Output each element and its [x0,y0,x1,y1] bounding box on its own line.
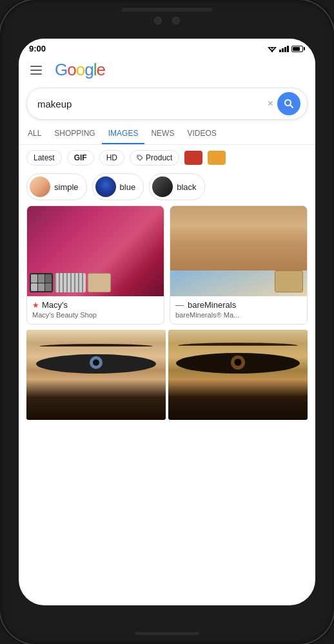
bareminerals-dash: — [175,300,184,310]
filter-gif[interactable]: GIF [67,150,94,166]
svg-point-3 [271,51,273,52]
suggestion-black[interactable]: black [149,173,204,200]
tab-videos[interactable]: VIDEOS [181,124,222,144]
filter-product-label: Product [146,153,172,162]
status-bar: 9:00 [19,39,315,56]
suggestion-blue-label: blue [120,182,136,192]
phone-frame: 9:00 [0,0,334,644]
suggestion-blue[interactable]: blue [92,173,144,200]
macys-name: Macy's [42,300,68,310]
macys-sub: Macy's Beauty Shop [32,311,159,319]
search-tabs: ALL SHOPPING IMAGES NEWS VIDEOS [19,124,315,145]
filter-hd[interactable]: HD [99,150,124,166]
filter-product[interactable]: Product [130,150,179,166]
filter-latest[interactable]: Latest [26,150,62,166]
search-icon [284,99,294,109]
bareminerals-card-image [170,206,307,296]
status-time: 9:00 [29,44,46,53]
macys-card-image [27,206,164,296]
wifi-icon [268,45,277,53]
logo-o1: o [67,60,75,80]
tab-news[interactable]: NEWS [144,124,181,144]
logo-o2: o [76,60,84,80]
eye-image-right[interactable] [168,330,308,420]
camera-dot-2 [172,17,180,24]
tag-icon [137,155,143,161]
search-query: makeup [37,99,264,109]
bareminerals-card-info: — bareMinerals bareMinerals® Ma... [170,296,307,324]
macys-star-icon: ★ [32,301,39,310]
menu-button[interactable] [28,63,44,77]
bottom-image-row [19,327,315,420]
svg-line-5 [290,105,293,108]
color-swatch-orange[interactable] [208,151,226,165]
suggestion-row: simple blue black [19,171,315,205]
suggestion-simple-label: simple [54,182,79,192]
phone-cameras [154,17,180,24]
suggestion-blue-thumb [95,176,116,197]
tab-images[interactable]: IMAGES [102,124,145,144]
suggestion-black-label: black [177,182,196,192]
shopping-results-row: ★ Macy's Macy's Beauty Shop Sponsored i [19,205,315,325]
bareminerals-name: bareMinerals [188,300,236,310]
logo-g2: g [84,60,93,80]
camera-dot [154,17,162,24]
filter-row: Latest GIF HD Product [19,145,315,171]
macys-card[interactable]: ★ Macy's Macy's Beauty Shop [26,205,164,325]
status-icons [268,45,305,53]
phone-speaker [122,8,212,12]
logo-e: e [96,60,104,80]
search-button[interactable] [277,92,300,115]
phone-home-indicator [135,632,199,635]
macys-card-info: ★ Macy's Macy's Beauty Shop [27,296,164,324]
bareminerals-card[interactable]: Sponsored i — bareMinerals bareMinera [170,205,308,325]
google-logo: Google [55,60,105,80]
svg-point-6 [138,156,139,157]
eye-image-left[interactable] [26,330,166,420]
bareminerals-sub: bareMinerals® Ma... [175,311,302,319]
search-bar[interactable]: makeup × [26,88,308,120]
phone-screen: 9:00 [19,39,315,605]
suggestion-simple-thumb [30,176,50,197]
battery-icon [291,46,305,52]
signal-icon [279,46,289,52]
clear-button[interactable]: × [264,98,277,109]
suggestion-simple[interactable]: simple [26,173,87,200]
filter-gif-label: GIF [74,153,87,162]
filter-latest-label: Latest [34,153,55,162]
tab-shopping[interactable]: SHOPPING [48,124,101,144]
suggestion-black-thumb [152,176,173,197]
header: Google [19,56,315,84]
color-swatch-red[interactable] [184,151,202,165]
filter-hd-label: HD [106,153,117,162]
tab-all[interactable]: ALL [21,124,48,144]
logo-g: G [55,60,67,80]
